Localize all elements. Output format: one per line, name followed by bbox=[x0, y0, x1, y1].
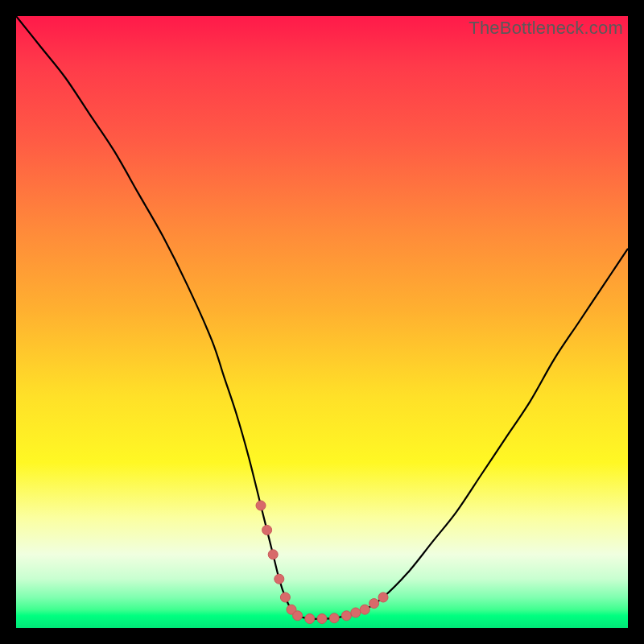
trough-marker bbox=[317, 614, 327, 624]
trough-marker bbox=[262, 525, 272, 535]
chart-container: TheBottleneck.com bbox=[0, 0, 644, 644]
trough-marker bbox=[351, 608, 361, 617]
plot-area: TheBottleneck.com bbox=[16, 16, 628, 628]
trough-marker bbox=[369, 599, 379, 609]
trough-marker bbox=[329, 613, 339, 623]
bottleneck-curve bbox=[16, 16, 628, 628]
trough-marker bbox=[293, 611, 303, 621]
trough-marker bbox=[360, 605, 369, 614]
trough-marker bbox=[268, 550, 278, 559]
trough-marker bbox=[275, 574, 284, 584]
trough-marker bbox=[280, 592, 290, 602]
trough-marker bbox=[305, 614, 315, 624]
trough-marker bbox=[341, 611, 351, 621]
trough-marker bbox=[256, 501, 266, 510]
trough-marker bbox=[378, 592, 388, 602]
